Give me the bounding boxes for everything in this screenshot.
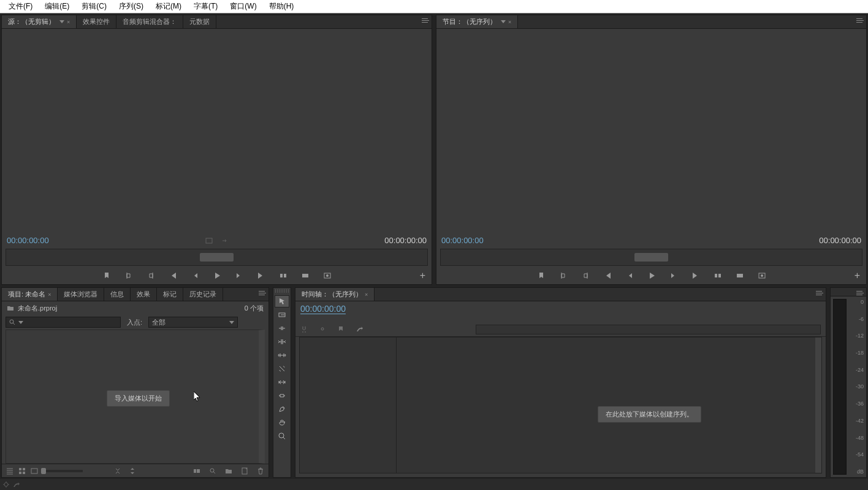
project-bin[interactable]: 导入媒体以开始 <box>6 330 265 464</box>
sort-icon[interactable] <box>113 467 122 475</box>
close-icon[interactable]: × <box>365 292 368 298</box>
updown-icon[interactable] <box>128 467 137 475</box>
loop-icon[interactable] <box>221 237 229 244</box>
panel-menu-icon[interactable] <box>257 290 266 296</box>
ripple-edit-tool[interactable] <box>275 322 289 334</box>
tab-timeline[interactable]: 时间轴：（无序列） × <box>295 288 375 301</box>
tab-source[interactable]: 源：（无剪辑） × <box>2 15 77 28</box>
menu-marker[interactable]: 标记(M) <box>150 0 188 13</box>
slip-tool[interactable] <box>275 376 289 388</box>
lift-icon[interactable] <box>713 271 723 281</box>
source-viewer[interactable] <box>2 29 432 233</box>
add-marker-icon[interactable] <box>337 325 346 334</box>
source-scrubber[interactable] <box>6 249 428 266</box>
play-icon[interactable] <box>647 271 657 281</box>
tab-audio-clip-mixer[interactable]: 音频剪辑混合器： <box>116 15 183 28</box>
search-dropdown-icon[interactable] <box>18 321 23 324</box>
source-tc-current[interactable]: 00:00:00:00 <box>7 236 49 245</box>
tab-effects[interactable]: 效果 <box>131 288 157 301</box>
tab-markers[interactable]: 标记 <box>157 288 183 301</box>
close-icon[interactable]: × <box>508 19 511 25</box>
rate-stretch-tool[interactable] <box>275 349 289 361</box>
button-editor-icon[interactable]: + <box>855 270 860 281</box>
mark-in-icon[interactable] <box>124 271 134 281</box>
auto-sequence-icon[interactable] <box>192 467 201 475</box>
freeform-view-icon[interactable] <box>30 467 39 475</box>
timeline-tracks[interactable]: 在此处放下媒体以创建序列。 <box>299 337 822 473</box>
search-input[interactable] <box>6 317 121 328</box>
step-fwd-icon[interactable] <box>669 271 679 281</box>
extract-icon[interactable] <box>735 271 745 281</box>
marker-icon[interactable] <box>102 271 112 281</box>
track-headers[interactable] <box>300 337 397 473</box>
tab-info[interactable]: 信息 <box>104 288 131 301</box>
tab-history[interactable]: 历史记录 <box>183 288 223 301</box>
in-point-select[interactable]: 全部 <box>148 317 238 328</box>
play-icon[interactable] <box>212 271 222 281</box>
program-viewer[interactable] <box>436 29 866 233</box>
panel-menu-icon[interactable] <box>815 290 823 296</box>
step-back-icon[interactable] <box>625 271 634 281</box>
menu-clip[interactable]: 剪辑(C) <box>75 0 113 13</box>
close-icon[interactable]: × <box>48 292 51 298</box>
mark-in-icon[interactable] <box>558 271 568 281</box>
pen-tool[interactable] <box>275 403 289 415</box>
program-tc-current[interactable]: 00:00:00:00 <box>441 236 484 245</box>
list-view-icon[interactable] <box>6 467 14 475</box>
insert-icon[interactable] <box>278 271 288 281</box>
icon-view-icon[interactable] <box>18 467 26 475</box>
fit-icon[interactable] <box>205 237 213 244</box>
gear-icon[interactable] <box>2 481 10 488</box>
slide-tool[interactable] <box>275 390 289 402</box>
go-to-in-icon[interactable] <box>603 271 612 281</box>
timeline-tc[interactable]: 00:00:00:00 <box>300 304 346 314</box>
dropdown-icon[interactable] <box>59 20 64 23</box>
button-editor-icon[interactable]: + <box>420 270 425 281</box>
dropdown-icon[interactable] <box>501 20 506 23</box>
menu-sequence[interactable]: 序列(S) <box>113 0 150 13</box>
overwrite-icon[interactable] <box>300 271 310 281</box>
razor-tool[interactable] <box>275 363 289 375</box>
menu-file[interactable]: 文件(F) <box>2 0 39 13</box>
wrench-icon[interactable] <box>12 481 20 488</box>
tab-program[interactable]: 节目：（无序列） × <box>436 15 518 28</box>
zoom-slider[interactable] <box>42 470 83 472</box>
marker-icon[interactable] <box>536 271 546 281</box>
selection-tool[interactable] <box>275 295 289 307</box>
hand-tool[interactable] <box>275 417 289 429</box>
step-fwd-icon[interactable] <box>234 271 244 281</box>
menu-help[interactable]: 帮助(H) <box>263 0 300 13</box>
mark-out-icon[interactable] <box>581 271 590 281</box>
export-frame-icon[interactable] <box>757 271 767 281</box>
find-icon[interactable] <box>208 467 217 475</box>
zoom-tool[interactable] <box>275 430 289 442</box>
import-media-button[interactable]: 导入媒体以开始 <box>107 390 170 407</box>
menu-edit[interactable]: 编辑(E) <box>39 0 75 13</box>
go-to-in-icon[interactable] <box>168 271 178 281</box>
track-select-tool[interactable] <box>275 309 289 321</box>
trash-icon[interactable] <box>256 467 265 475</box>
go-to-out-icon[interactable] <box>256 271 266 281</box>
settings-icon[interactable] <box>356 325 364 334</box>
snap-icon[interactable] <box>300 325 309 334</box>
tab-media-browser[interactable]: 媒体浏览器 <box>58 288 104 301</box>
new-item-icon[interactable] <box>240 467 249 475</box>
panel-grip[interactable] <box>275 289 289 293</box>
audio-meter-track[interactable] <box>833 299 847 475</box>
go-to-out-icon[interactable] <box>691 271 701 281</box>
program-scrubber[interactable] <box>440 249 862 266</box>
tab-metadata[interactable]: 元数据 <box>183 15 216 28</box>
new-bin-icon[interactable] <box>224 467 233 475</box>
linked-selection-icon[interactable] <box>319 325 327 334</box>
panel-menu-icon[interactable] <box>855 290 864 296</box>
panel-menu-icon[interactable] <box>855 18 864 24</box>
mark-out-icon[interactable] <box>146 271 156 281</box>
menu-title[interactable]: 字幕(T) <box>188 0 224 13</box>
panel-menu-icon[interactable] <box>421 18 429 24</box>
time-ruler[interactable] <box>476 325 821 334</box>
rolling-edit-tool[interactable] <box>275 336 289 348</box>
close-icon[interactable]: × <box>67 19 70 25</box>
tab-effect-controls[interactable]: 效果控件 <box>77 15 116 28</box>
track-area[interactable]: 在此处放下媒体以创建序列。 <box>397 337 821 473</box>
menu-window[interactable]: 窗口(W) <box>224 0 262 13</box>
